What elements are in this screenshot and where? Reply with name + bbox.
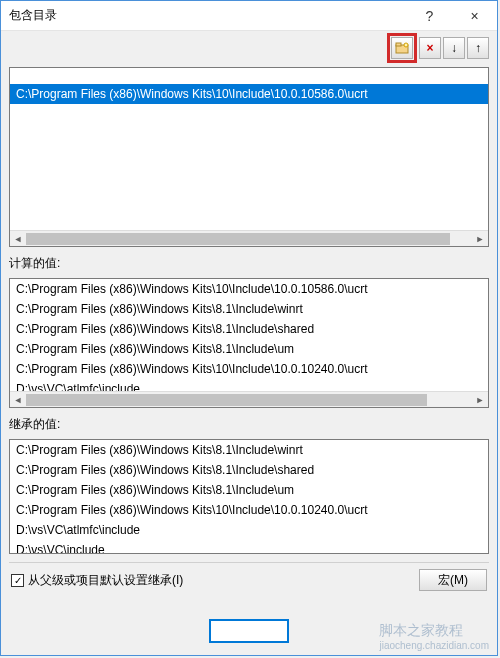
arrow-up-icon: ↑ <box>475 41 481 55</box>
dialog-buttons <box>209 619 289 643</box>
list-item: C:\Program Files (x86)\Windows Kits\8.1\… <box>10 480 488 500</box>
list-item: C:\Program Files (x86)\Windows Kits\8.1\… <box>10 319 488 339</box>
delete-icon: × <box>426 41 433 55</box>
list-item: D:\vs\VC\include <box>10 540 488 554</box>
scroll-right-icon[interactable]: ► <box>472 392 488 408</box>
list-item: D:\vs\VC\atlmfc\include <box>10 520 488 540</box>
dialog-content: × ↓ ↑ C:\Program Files (x86)\Windows Kit… <box>1 31 497 655</box>
directories-listbox[interactable]: C:\Program Files (x86)\Windows Kits\10\I… <box>9 67 489 247</box>
macros-button[interactable]: 宏(M) <box>419 569 487 591</box>
scroll-track[interactable] <box>26 231 472 247</box>
ok-button[interactable] <box>209 619 289 643</box>
list-item: C:\Program Files (x86)\Windows Kits\8.1\… <box>10 299 488 319</box>
move-up-button[interactable]: ↑ <box>467 37 489 59</box>
list-item: C:\Program Files (x86)\Windows Kits\10\I… <box>10 279 488 299</box>
inherit-checkbox-label: 从父级或项目默认设置继承(I) <box>28 572 183 589</box>
toolbar: × ↓ ↑ <box>9 35 489 61</box>
bottom-row: ✓ 从父级或项目默认设置继承(I) 宏(M) <box>9 562 489 593</box>
watermark: 脚本之家教程 jiaocheng.chazidian.com <box>379 622 489 651</box>
horizontal-scrollbar[interactable]: ◄ ► <box>10 391 488 407</box>
list-item[interactable] <box>10 68 488 84</box>
scroll-track[interactable] <box>26 392 472 408</box>
dialog-title: 包含目录 <box>9 7 407 24</box>
include-directories-dialog: 包含目录 ? × × ↓ ↑ <box>0 0 498 656</box>
list-item: C:\Program Files (x86)\Windows Kits\8.1\… <box>10 460 488 480</box>
help-button[interactable]: ? <box>407 1 452 31</box>
scroll-left-icon[interactable]: ◄ <box>10 231 26 247</box>
move-down-button[interactable]: ↓ <box>443 37 465 59</box>
checkmark-icon: ✓ <box>14 575 22 586</box>
watermark-line1: 脚本之家教程 <box>379 622 463 638</box>
watermark-line2: jiaocheng.chazidian.com <box>379 640 489 651</box>
list-item: C:\Program Files (x86)\Windows Kits\10\I… <box>10 359 488 379</box>
close-button[interactable]: × <box>452 1 497 31</box>
list-item: C:\Program Files (x86)\Windows Kits\8.1\… <box>10 440 488 460</box>
list-item: C:\Program Files (x86)\Windows Kits\10\I… <box>10 500 488 520</box>
scroll-thumb[interactable] <box>26 394 427 406</box>
computed-values-label: 计算的值: <box>9 253 489 272</box>
horizontal-scrollbar[interactable]: ◄ ► <box>10 230 488 246</box>
new-folder-icon <box>395 42 409 54</box>
inherit-checkbox-row[interactable]: ✓ 从父级或项目默认设置继承(I) <box>11 572 183 589</box>
delete-line-button[interactable]: × <box>419 37 441 59</box>
list-item: C:\Program Files (x86)\Windows Kits\8.1\… <box>10 339 488 359</box>
svg-rect-1 <box>396 43 401 46</box>
arrow-down-icon: ↓ <box>451 41 457 55</box>
inherit-checkbox[interactable]: ✓ <box>11 574 24 587</box>
svg-point-2 <box>404 43 408 47</box>
new-line-button[interactable] <box>391 37 413 59</box>
titlebar: 包含目录 ? × <box>1 1 497 31</box>
inherited-values-listbox[interactable]: C:\Program Files (x86)\Windows Kits\8.1\… <box>9 439 489 554</box>
scroll-thumb[interactable] <box>26 233 450 245</box>
scroll-right-icon[interactable]: ► <box>472 231 488 247</box>
scroll-left-icon[interactable]: ◄ <box>10 392 26 408</box>
highlight-annotation <box>387 33 417 63</box>
inherited-values-label: 继承的值: <box>9 414 489 433</box>
list-item[interactable]: C:\Program Files (x86)\Windows Kits\10\I… <box>10 84 488 104</box>
computed-values-listbox[interactable]: C:\Program Files (x86)\Windows Kits\10\I… <box>9 278 489 408</box>
